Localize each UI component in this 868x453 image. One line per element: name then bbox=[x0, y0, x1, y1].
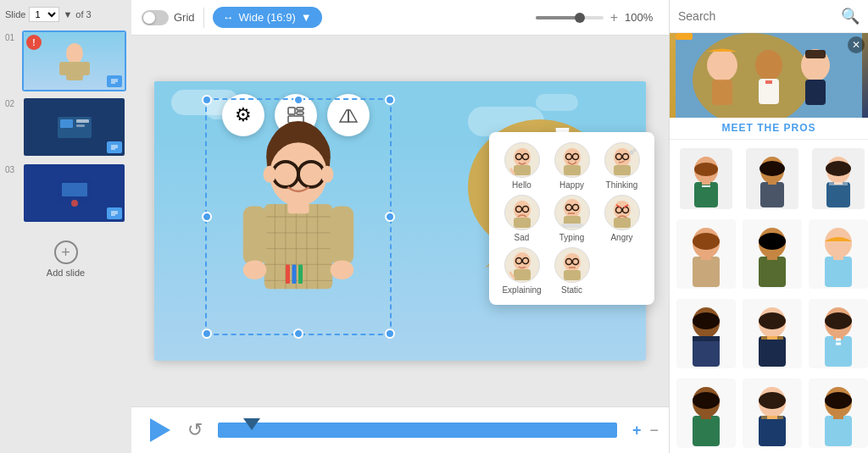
slide-item-3[interactable]: 03 bbox=[5, 163, 126, 224]
char-item-4[interactable] bbox=[675, 216, 737, 292]
svg-point-38 bbox=[331, 260, 354, 279]
canvas-area[interactable]: ⚙ ! bbox=[131, 36, 669, 406]
handle-bottom-right[interactable] bbox=[385, 329, 395, 339]
svg-rect-35 bbox=[243, 206, 267, 264]
expr-explaining[interactable]: Explaining bbox=[499, 247, 544, 295]
svg-point-159 bbox=[825, 392, 852, 409]
expr-happy[interactable]: Happy bbox=[549, 142, 594, 190]
handle-mid-right[interactable] bbox=[385, 212, 395, 222]
aspect-ratio-button[interactable]: ↔ Wide (16:9) ▼ bbox=[213, 7, 322, 28]
expr-face-static bbox=[554, 247, 590, 283]
svg-rect-75 bbox=[514, 269, 531, 280]
svg-rect-125 bbox=[833, 253, 843, 260]
svg-rect-103 bbox=[760, 182, 784, 207]
search-icon[interactable]: 🔍 bbox=[841, 7, 860, 25]
add-slide-label: Add slide bbox=[47, 268, 85, 278]
char-item-5[interactable] bbox=[741, 216, 804, 292]
svg-point-141 bbox=[825, 312, 852, 329]
expr-sad[interactable]: Sad bbox=[499, 195, 544, 242]
expr-angry[interactable]: Angry bbox=[599, 195, 644, 242]
expr-face-explaining bbox=[504, 247, 540, 283]
slide-thumb-2[interactable] bbox=[22, 97, 126, 157]
character-svg bbox=[207, 100, 390, 334]
char-avatar-1 bbox=[680, 148, 732, 209]
svg-point-135 bbox=[759, 312, 786, 329]
zoom-slider[interactable] bbox=[536, 16, 604, 19]
expr-typing[interactable]: Typing bbox=[549, 195, 594, 242]
char-item-1[interactable] bbox=[675, 145, 737, 213]
char-item-10[interactable] bbox=[675, 375, 737, 451]
toolbar-divider-1 bbox=[203, 8, 204, 28]
svg-rect-137 bbox=[761, 336, 783, 340]
char-avatar-4 bbox=[676, 219, 736, 289]
slide-canvas[interactable]: ⚙ ! bbox=[154, 81, 646, 361]
expr-hello[interactable]: Hello bbox=[499, 142, 544, 190]
character-grid bbox=[670, 140, 868, 453]
handle-top-mid[interactable] bbox=[293, 95, 303, 105]
expr-sad-label: Sad bbox=[515, 233, 530, 242]
svg-line-47 bbox=[511, 169, 514, 174]
expression-popup[interactable]: Hello Happy Thinking bbox=[489, 132, 654, 305]
slide3-icon bbox=[107, 207, 122, 219]
grid-toggle[interactable]: Grid bbox=[142, 10, 195, 25]
char-item-11[interactable] bbox=[741, 375, 804, 451]
svg-rect-87 bbox=[676, 33, 693, 40]
zoom-track bbox=[536, 16, 576, 19]
add-slide-button[interactable]: + Add slide bbox=[5, 232, 126, 286]
play-button[interactable] bbox=[150, 418, 170, 442]
expr-happy-label: Happy bbox=[559, 180, 584, 190]
svg-rect-40 bbox=[292, 264, 296, 284]
slide-select[interactable]: 1 2 3 bbox=[29, 7, 59, 22]
search-input[interactable] bbox=[678, 9, 836, 23]
slide1-char-svg bbox=[58, 38, 92, 85]
svg-rect-93 bbox=[805, 80, 826, 105]
svg-point-89 bbox=[755, 50, 782, 80]
handle-bottom-mid[interactable] bbox=[293, 329, 303, 339]
handle-bottom-left[interactable] bbox=[202, 329, 212, 339]
char-item-3[interactable] bbox=[807, 145, 868, 213]
svg-rect-7 bbox=[76, 124, 85, 127]
svg-point-115 bbox=[693, 233, 720, 250]
main-editor: Grid ↔ Wide (16:9) ▼ + 100% ⚙ bbox=[131, 0, 669, 453]
search-bar: 🔍 bbox=[670, 0, 868, 33]
rotate-icon[interactable]: ↺ bbox=[187, 419, 203, 441]
char-avatar-6 bbox=[809, 219, 868, 289]
slide-item-1[interactable]: 01 ! bbox=[5, 30, 126, 91]
zoom-thumb[interactable] bbox=[575, 13, 585, 23]
slide-item-2[interactable]: 02 bbox=[5, 97, 126, 157]
char-item-6[interactable] bbox=[807, 216, 868, 292]
slide-total: of 3 bbox=[75, 9, 91, 19]
timeline-bar[interactable] bbox=[218, 423, 617, 438]
svg-rect-5 bbox=[60, 119, 73, 128]
char-item-9[interactable] bbox=[807, 296, 868, 372]
character-selection-box[interactable] bbox=[205, 98, 392, 335]
handle-top-left[interactable] bbox=[202, 95, 212, 105]
char-item-12[interactable] bbox=[807, 375, 868, 451]
featured-banner: ✕ MEET THE PROS bbox=[670, 33, 868, 140]
slide3-content bbox=[53, 176, 96, 210]
svg-rect-49 bbox=[564, 165, 581, 175]
timeline-add-button[interactable]: + bbox=[632, 422, 642, 439]
svg-rect-9 bbox=[62, 183, 87, 196]
expr-static[interactable]: Static bbox=[549, 247, 594, 295]
char-avatar-8 bbox=[743, 299, 802, 368]
expr-hello-label: Hello bbox=[512, 180, 531, 190]
expr-thinking[interactable]: Thinking bbox=[599, 142, 644, 190]
grid-switch[interactable] bbox=[142, 10, 169, 25]
banner-close-button[interactable]: ✕ bbox=[848, 36, 865, 53]
char-item-7[interactable] bbox=[675, 296, 737, 372]
slide-thumb-1[interactable]: ! bbox=[22, 30, 126, 91]
timeline-minus-button[interactable]: − bbox=[649, 422, 659, 439]
slide-num-2: 02 bbox=[5, 97, 19, 108]
svg-rect-152 bbox=[759, 416, 786, 446]
svg-rect-3 bbox=[81, 62, 90, 75]
aspect-label: Wide (16:9) bbox=[239, 11, 296, 24]
char-item-8[interactable] bbox=[741, 296, 804, 372]
handle-mid-left[interactable] bbox=[202, 212, 212, 222]
handle-top-right[interactable] bbox=[385, 95, 395, 105]
slide-thumb-3[interactable] bbox=[22, 163, 126, 224]
svg-rect-124 bbox=[825, 257, 852, 287]
char-item-2[interactable] bbox=[741, 145, 804, 213]
svg-rect-119 bbox=[759, 257, 786, 287]
zoom-plus-icon[interactable]: + bbox=[610, 11, 618, 25]
